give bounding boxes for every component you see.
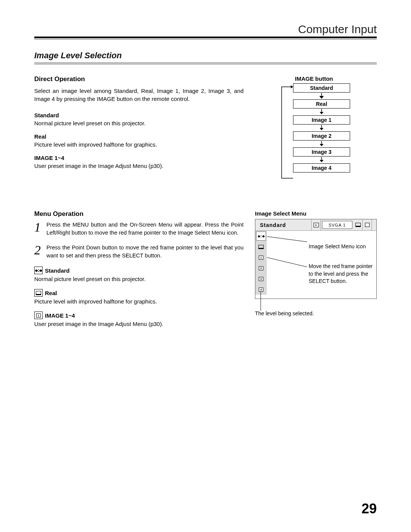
icon-real-body: Picture level with improved halftone for… (34, 298, 244, 305)
callout-line-icon (267, 236, 307, 248)
flow-box-real: Real (293, 99, 350, 109)
flow-box-standard: Standard (293, 83, 350, 93)
image-preset-icon: 1 (34, 312, 43, 319)
def-real-head: Real (34, 133, 244, 140)
image-button-flow: IMAGE button Standard Real Image 1 Image… (266, 75, 362, 173)
osd-screenshot: Standard ▸ SVGA 1 ◆◇◆ 1 2 3 4 (255, 219, 377, 299)
flow-return-arrow (278, 83, 293, 180)
svg-line-0 (267, 236, 307, 242)
def-image14-body: User preset image in the Image Adjust Me… (34, 163, 244, 169)
arrow-down-icon (293, 157, 350, 163)
step-text-1: Press the MENU button and the On-Screen … (46, 221, 244, 237)
def-real-body: Picture level with improved halftone for… (34, 141, 244, 148)
step-text-2: Press the Point Down button to move the … (46, 244, 244, 260)
direct-operation-heading: Direct Operation (34, 75, 244, 83)
menu-operation-heading: Menu Operation (34, 210, 244, 218)
header-rule-thin (34, 39, 377, 39)
icon-standard-head: Standard (45, 267, 70, 274)
osd-top-label: Standard (255, 219, 312, 230)
osd-caption: The level being selected. (255, 310, 377, 316)
flow-title: IMAGE button (266, 75, 362, 82)
osd-callout-2: Move the red frame pointer to the level … (309, 263, 373, 285)
header-rule-thick (34, 37, 377, 38)
standard-icon: ◆◇◆ (34, 267, 43, 274)
icon-image14-body: User preset image in the Image Adjust Me… (34, 321, 244, 327)
def-standard-body: Normal picture level preset on this proj… (34, 120, 244, 126)
arrow-down-icon (293, 109, 350, 115)
osd-chip-icon (363, 219, 372, 230)
def-standard-head: Standard (34, 112, 244, 118)
osd-title: Image Select Menu (255, 210, 377, 217)
arrow-down-icon (293, 93, 350, 99)
svg-line-1 (267, 257, 307, 267)
icon-standard-body: Normal picture level preset on this proj… (34, 276, 244, 282)
step-number-2: 2 (34, 244, 46, 260)
section-rule (34, 62, 377, 65)
icon-image14-head: IMAGE 1~4 (45, 312, 75, 319)
osd-chip-icon (372, 219, 376, 230)
icon-real-head: Real (45, 290, 57, 296)
osd-chip-icon: ▸ (312, 219, 321, 230)
osd-callout-1: Image Select Menu icon (309, 243, 366, 251)
flow-box-image4: Image 4 (293, 163, 350, 173)
step-number-1: 1 (34, 221, 46, 237)
osd-side-image1: 1 (255, 252, 267, 263)
osd-sidebar: ◆◇◆ 1 2 3 4 (255, 231, 267, 295)
osd-chip-icon (354, 219, 363, 230)
direct-operation-intro: Select an image level among Standard, Re… (34, 87, 244, 103)
real-icon (34, 289, 43, 297)
osd-side-real (255, 241, 267, 252)
section-title: Image Level Selection (34, 51, 377, 61)
osd-side-image2: 2 (255, 263, 267, 273)
header-title: Computer Input (34, 23, 377, 36)
flow-box-image2: Image 2 (293, 131, 350, 141)
osd-svga-label: SVGA 1 (322, 221, 352, 229)
flow-box-image3: Image 3 (293, 147, 350, 157)
callout-line-icon (267, 257, 307, 276)
page-number: 29 (362, 501, 377, 517)
def-image14-head: IMAGE 1~4 (34, 155, 244, 161)
callout-line-icon (258, 290, 265, 311)
arrow-down-icon (293, 125, 350, 131)
flow-box-image1: Image 1 (293, 115, 350, 125)
arrow-down-icon (293, 141, 350, 147)
osd-side-standard: ◆◇◆ (255, 231, 267, 241)
osd-side-image3: 3 (255, 273, 267, 284)
